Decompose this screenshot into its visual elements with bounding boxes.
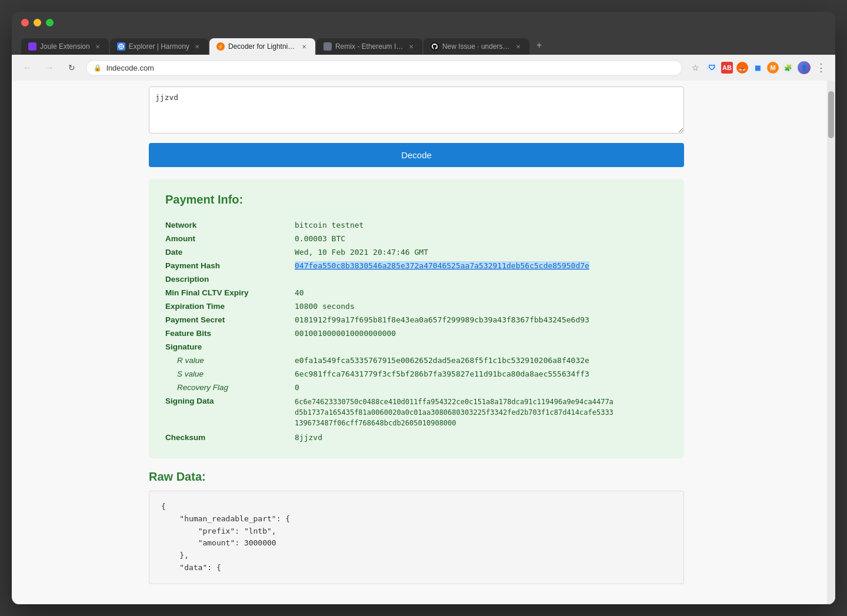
- table-row: Date Wed, 10 Feb 2021 20:47:46 GMT: [165, 245, 668, 259]
- field-value: [295, 340, 668, 354]
- table-row: S value 6ec981ffca76431779f3cf5bf286b7fa…: [165, 367, 668, 381]
- field-value: 8jjzvd: [295, 431, 668, 444]
- payment-info-section: Payment Info: Network bitcoin testnet Am…: [149, 179, 684, 458]
- table-row: Payment Secret 0181912f99a17f695b81f8e43…: [165, 313, 668, 327]
- field-value: [295, 272, 668, 286]
- payment-info-table: Network bitcoin testnet Amount 0.00003 B…: [165, 218, 668, 444]
- title-bar: Joule Extension ✕ Explorer | Harmony ✕ ⚡…: [12, 12, 835, 55]
- minimize-button[interactable]: [34, 19, 41, 26]
- grid-icon[interactable]: ▦: [752, 62, 763, 74]
- tab-decoder-lightning[interactable]: ⚡ Decoder for Lightning Paymen… ✕: [209, 38, 315, 55]
- table-row: Checksum 8jjzvd: [165, 431, 668, 444]
- tab-joule-extension[interactable]: Joule Extension ✕: [21, 38, 109, 55]
- field-value: 0: [295, 381, 668, 394]
- field-label: Feature Bits: [165, 327, 295, 340]
- field-label: R value: [165, 354, 295, 367]
- scrollbar-track[interactable]: [827, 81, 835, 604]
- metamask-icon[interactable]: M: [767, 62, 779, 74]
- puzzle-icon[interactable]: 🧩: [782, 62, 794, 74]
- page-content[interactable]: jjzvd Decode Payment Info: Network bitco…: [12, 81, 835, 604]
- field-value: bitcoin testnet: [295, 218, 668, 232]
- field-value: Wed, 10 Feb 2021 20:47:46 GMT: [295, 245, 668, 259]
- tab-icon: [324, 42, 332, 51]
- raw-data-section: Raw Data: { "human_readable_part": { "pr…: [149, 470, 684, 584]
- field-value: 10800 seconds: [295, 299, 668, 313]
- field-label: Description: [165, 272, 295, 286]
- tab-close-icon[interactable]: ✕: [514, 42, 522, 51]
- browser-window: Joule Extension ✕ Explorer | Harmony ✕ ⚡…: [12, 12, 835, 604]
- back-button[interactable]: ←: [19, 59, 35, 76]
- tab-label: Explorer | Harmony: [129, 42, 189, 51]
- tab-icon: [117, 42, 125, 51]
- field-label: Payment Hash: [165, 259, 295, 272]
- tab-close-icon[interactable]: ✕: [94, 42, 102, 51]
- field-label: Payment Secret: [165, 313, 295, 327]
- profile-avatar[interactable]: 👤: [798, 61, 811, 74]
- close-button[interactable]: [21, 19, 29, 26]
- encoded-input[interactable]: jjzvd: [149, 86, 684, 134]
- table-row: R value e0fa1a549fca5335767915e0062652da…: [165, 354, 668, 367]
- field-value-link[interactable]: 047fea550c8b3830546a285e372a47046525aa7a…: [295, 259, 668, 272]
- field-value: 40: [295, 286, 668, 299]
- maximize-button[interactable]: [46, 19, 54, 26]
- payment-info-title: Payment Info:: [165, 193, 668, 207]
- tab-icon: [28, 42, 36, 51]
- tab-remix-ethereum[interactable]: Remix - Ethereum IDE ✕: [316, 38, 422, 55]
- field-label: Date: [165, 245, 295, 259]
- firefox-icon[interactable]: 🦊: [736, 62, 748, 74]
- field-label: Signature: [165, 340, 295, 354]
- tab-close-icon[interactable]: ✕: [300, 42, 308, 51]
- payment-hash-link[interactable]: 047fea550c8b3830546a285e372a47046525aa7a…: [295, 261, 589, 270]
- tab-label: New Issue · underscoredLabs/…: [442, 42, 511, 51]
- textarea-section: jjzvd Decode: [149, 81, 684, 167]
- table-row: Description: [165, 272, 668, 286]
- forward-button[interactable]: →: [41, 59, 58, 76]
- field-label: Signing Data: [165, 394, 295, 431]
- tab-explorer-harmony[interactable]: Explorer | Harmony ✕: [110, 38, 208, 55]
- field-value: 6ec981ffca76431779f3cf5bf286b7fa395827e1…: [295, 367, 668, 381]
- new-tab-button[interactable]: +: [531, 36, 548, 55]
- raw-data-title: Raw Data:: [149, 470, 684, 484]
- field-value: 0010010000010000000000: [295, 327, 668, 340]
- scrollbar-thumb[interactable]: [828, 91, 834, 138]
- field-label: Recovery Flag: [165, 381, 295, 394]
- table-row: Network bitcoin testnet: [165, 218, 668, 232]
- table-row: Min Final CLTV Expiry 40: [165, 286, 668, 299]
- tab-close-icon[interactable]: ✕: [407, 42, 415, 51]
- url-text: lndecode.com: [106, 64, 675, 72]
- tab-icon: ⚡: [216, 42, 225, 51]
- field-value: 0.00003 BTC: [295, 232, 668, 245]
- menu-dots-icon[interactable]: ⋮: [814, 61, 828, 75]
- lock-icon: 🔒: [94, 64, 102, 72]
- traffic-lights: [21, 19, 54, 26]
- table-row: Payment Hash 047fea550c8b3830546a285e372…: [165, 259, 668, 272]
- decode-button[interactable]: Decode: [149, 143, 684, 167]
- bookmark-star-icon[interactable]: ☆: [688, 61, 702, 75]
- tabs-row: Joule Extension ✕ Explorer | Harmony ✕ ⚡…: [21, 36, 826, 55]
- tab-new-issue[interactable]: New Issue · underscoredLabs/… ✕: [424, 38, 529, 55]
- url-bar[interactable]: 🔒 lndecode.com: [86, 60, 682, 76]
- reload-button[interactable]: ↻: [64, 59, 80, 76]
- tab-label: Decoder for Lightning Paymen…: [228, 42, 296, 51]
- adblock-icon[interactable]: AB: [721, 62, 733, 74]
- table-row: Expiration Time 10800 seconds: [165, 299, 668, 313]
- table-row: Feature Bits 0010010000010000000000: [165, 327, 668, 340]
- shield-icon[interactable]: 🛡: [706, 62, 718, 74]
- table-row: Recovery Flag 0: [165, 381, 668, 394]
- nav-icons: ☆ 🛡 AB 🦊 ▦ M 🧩 👤 ⋮: [688, 61, 828, 75]
- field-label: Network: [165, 218, 295, 232]
- field-label: Min Final CLTV Expiry: [165, 286, 295, 299]
- table-row: Signature: [165, 340, 668, 354]
- field-value: 0181912f99a17f695b81f8e43ea0a657f299989c…: [295, 313, 668, 327]
- tab-label: Remix - Ethereum IDE: [335, 42, 404, 51]
- field-label: Checksum: [165, 431, 295, 444]
- field-label: Amount: [165, 232, 295, 245]
- table-row: Amount 0.00003 BTC: [165, 232, 668, 245]
- tab-close-icon[interactable]: ✕: [193, 42, 201, 51]
- table-row: Signing Data 6c6e74623330750c0488ce410d0…: [165, 394, 668, 431]
- raw-data-box: { "human_readable_part": { "prefix": "ln…: [149, 491, 684, 584]
- tab-label: Joule Extension: [40, 42, 90, 51]
- tab-icon: [431, 42, 439, 51]
- field-value: e0fa1a549fca5335767915e0062652dad5ea268f…: [295, 354, 668, 367]
- field-label: Expiration Time: [165, 299, 295, 313]
